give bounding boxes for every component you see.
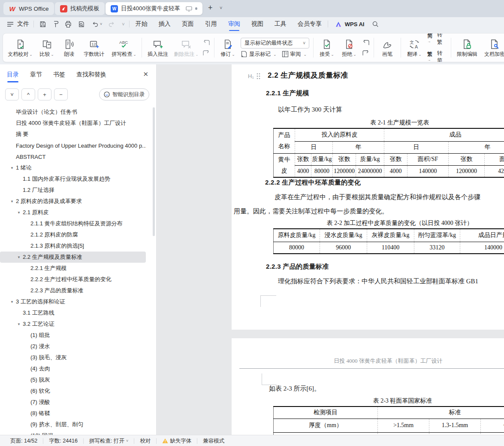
- toc-item[interactable]: ▼ (8) 铬鞣: [0, 408, 146, 419]
- menu-tools[interactable]: 工具: [275, 20, 287, 28]
- menu-reference[interactable]: 引用: [205, 20, 217, 28]
- restrict-editing-button[interactable]: 限制编辑: [455, 34, 480, 61]
- export-pdf-icon[interactable]: [51, 20, 60, 28]
- zoom-in-button[interactable]: +: [38, 88, 51, 100]
- delete-comment-button[interactable]: 删除批注: [173, 34, 199, 61]
- redo-icon[interactable]: [107, 20, 116, 28]
- triangle-expand-icon[interactable]: ▼: [17, 211, 23, 215]
- ink-brush-button[interactable]: 画笔: [377, 34, 397, 61]
- toc-item[interactable]: ▼ (4) 去肉: [0, 363, 146, 374]
- toc-item[interactable]: ▼ 2.1.2 原料皮的防腐: [0, 229, 146, 240]
- compare-button[interactable]: 比较: [36, 34, 57, 61]
- toc-item[interactable]: ▼ 摘 要: [0, 129, 146, 140]
- toc-item[interactable]: ▼ (3) 脱毛、浸灰: [0, 352, 146, 363]
- tab-bookmarks[interactable]: 书签: [53, 71, 65, 79]
- toc-item[interactable]: ▼ 1 绪论: [0, 162, 146, 173]
- menu-file[interactable]: 文件: [17, 20, 29, 28]
- device-icon[interactable]: [186, 6, 192, 12]
- close-icon[interactable]: ✕: [143, 70, 148, 78]
- track-changes-button[interactable]: 修订: [218, 34, 238, 61]
- menu-view[interactable]: 视图: [251, 20, 263, 28]
- tab-wps-home[interactable]: W WPS Office: [3, 2, 54, 15]
- spellcheck-indicator[interactable]: 拼写检查: 打开 ˅: [89, 437, 128, 445]
- expand-all-button[interactable]: ˅: [5, 88, 19, 100]
- search-icon[interactable]: [371, 20, 380, 28]
- print-preview-icon[interactable]: [77, 20, 85, 28]
- traditional-to-simplified-button[interactable]: 繁→ 转简: [427, 50, 447, 63]
- spell-check-button[interactable]: ABC 拼写检查: [110, 34, 138, 61]
- toc-item[interactable]: ▼ 1.1 国内外皮革行业现状及发展趋势: [0, 173, 146, 185]
- toc-item[interactable]: ▼ (5) 脱灰: [0, 374, 146, 385]
- toc-item[interactable]: ▼ (2) 浸水: [0, 341, 146, 352]
- toc-item[interactable]: ▼ 2 原料皮的选择及成革要求: [0, 196, 146, 207]
- toc-item[interactable]: ▼ (9) 挤水、剖层、削匀: [0, 419, 146, 430]
- collapse-all-button[interactable]: ^: [21, 88, 35, 100]
- next-comment-icon[interactable]: [202, 49, 211, 57]
- previous-revision-icon[interactable]: [361, 39, 371, 46]
- toc-item[interactable]: ▼ 毕业设计（论文）任务书: [0, 106, 146, 118]
- toc-item[interactable]: ▼ 2.2 生产规模及质量标准: [0, 252, 146, 263]
- zoom-out-button[interactable]: −: [54, 88, 68, 100]
- menu-insert[interactable]: 插入: [159, 20, 171, 28]
- tab-docer-templates[interactable]: 找稿壳模板: [55, 2, 105, 15]
- toc-item[interactable]: ▼ 2.2.3 产品的质量标准: [0, 285, 146, 296]
- word-count-indicator[interactable]: 字数: 24416: [49, 437, 78, 445]
- toc-item[interactable]: ▼ (7) 浸酸: [0, 397, 146, 408]
- toc-item[interactable]: ▼ 2.1 原料皮: [0, 207, 146, 218]
- print-icon[interactable]: [64, 20, 72, 28]
- toc-item[interactable]: ▼ 2.2.1 生产规模: [0, 263, 146, 274]
- triangle-expand-icon[interactable]: ▼: [10, 166, 16, 170]
- toc-item[interactable]: ▼ (6) 软化: [0, 385, 146, 397]
- encrypt-document-button[interactable]: 文档加密: [482, 34, 504, 61]
- toc-item[interactable]: ▼ Factory Design of Upper Leather Produc…: [0, 140, 146, 151]
- toc-item[interactable]: ▼ 2.1.3 原料皮的挑选[5]: [0, 240, 146, 252]
- translate-button[interactable]: 文A 翻译: [404, 34, 424, 61]
- menu-home[interactable]: 开始: [136, 20, 148, 28]
- menu-review[interactable]: 审阅: [228, 20, 240, 28]
- simplified-to-traditional-button[interactable]: 简→ 转繁: [427, 33, 447, 46]
- toc-item[interactable]: ▼ 1.2 厂址选择: [0, 185, 146, 196]
- review-pane-button[interactable]: 审阅: [282, 51, 307, 58]
- toc-item[interactable]: ▼ 日投 4000 张黄牛皮轻革（鞋面革）工厂设计: [0, 118, 146, 129]
- missing-font-indicator[interactable]: 缺失字体: [162, 437, 191, 445]
- reject-revision-button[interactable]: 拒绝: [339, 34, 359, 61]
- markup-state-select[interactable]: 显示标记的最终状态 ˅: [241, 38, 309, 49]
- word-count-button[interactable]: 12 字数统计: [81, 34, 107, 61]
- triangle-expand-icon[interactable]: ▼: [17, 255, 23, 259]
- menu-page[interactable]: 页面: [182, 20, 194, 28]
- accept-revision-button[interactable]: 接受: [317, 34, 337, 61]
- toc-item[interactable]: ▼ 2.2.2 生产过程中坯革质量的变化: [0, 274, 146, 285]
- proofread-indicator[interactable]: 校对: [140, 437, 151, 445]
- previous-comment-icon[interactable]: [202, 39, 211, 46]
- tab-document[interactable]: W 日投4000张黄牛皮轻革（鞋面: [106, 2, 202, 15]
- toc-item[interactable]: ▼ 2.1.1 黄牛皮组织结构特征及资源分布: [0, 218, 146, 229]
- next-revision-icon[interactable]: [361, 49, 371, 57]
- hamburger-icon[interactable]: [6, 20, 15, 28]
- doc-proofread-button[interactable]: a 文档校对: [7, 34, 33, 61]
- smart-toc-button[interactable]: 智能识别目录: [99, 88, 149, 100]
- triangle-expand-icon[interactable]: ▼: [10, 200, 16, 203]
- undo-chevron-icon[interactable]: ˅: [100, 22, 102, 26]
- wps-ai-icon[interactable]: [334, 20, 343, 28]
- triangle-expand-icon[interactable]: ▼: [10, 300, 16, 304]
- menu-membership[interactable]: 会员专享: [298, 20, 322, 28]
- toc-item[interactable]: ▼ 3 工艺的选择和论证: [0, 296, 146, 307]
- show-markup-button[interactable]: 显示标记: [241, 51, 277, 58]
- toc-item[interactable]: ▼ 3.1 工艺路线: [0, 307, 146, 319]
- toc-item[interactable]: ▼ 3.2 工艺论证: [0, 319, 146, 330]
- save-icon[interactable]: [38, 20, 47, 28]
- triangle-expand-icon[interactable]: ▼: [17, 322, 23, 326]
- tab-find-replace[interactable]: 查找和替换: [76, 71, 106, 79]
- insert-comment-button[interactable]: 插入批注: [145, 34, 170, 61]
- document-page-1[interactable]: H₁ 2.2 生产规模及质量标准 2.2.1 生产规模 以年工作为 300 天计…: [232, 64, 504, 330]
- compatibility-mode-indicator[interactable]: 兼容模式: [203, 437, 224, 445]
- group-expand-icon[interactable]: ⌟: [438, 55, 439, 59]
- tab-list-chevron-icon[interactable]: ˅: [220, 5, 222, 10]
- tab-chapters[interactable]: 章节: [30, 71, 42, 79]
- tab-contents[interactable]: 目录: [7, 71, 19, 79]
- new-tab-button[interactable]: +: [208, 3, 213, 12]
- toc-item[interactable]: ▼ ABSTRACT: [0, 151, 146, 162]
- toc-item[interactable]: ▼ (1) 组批: [0, 330, 146, 341]
- wps-ai-label[interactable]: WPS AI: [345, 21, 365, 27]
- more-commands-chevron-icon[interactable]: ˅: [122, 21, 124, 27]
